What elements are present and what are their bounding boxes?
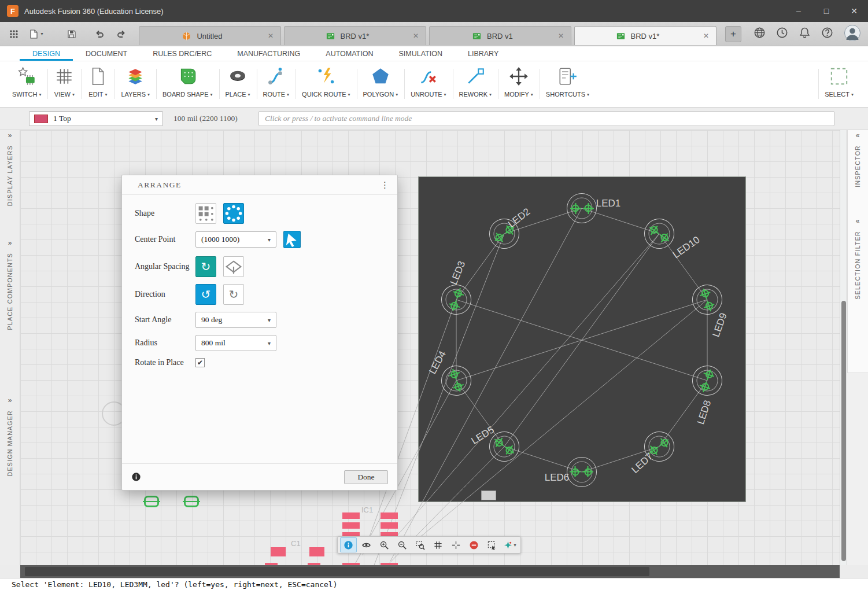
new-tab-button[interactable]: + xyxy=(725,26,741,42)
tool-layers[interactable]: LAYERS▾ xyxy=(114,63,156,107)
ribbon-tab-document[interactable]: DOCUMENT xyxy=(73,46,140,61)
chevron-down-icon: ▾ xyxy=(210,92,212,97)
center-point-label: Center Point xyxy=(135,235,195,244)
document-tab-untitled[interactable]: Untitled✕ xyxy=(139,26,281,45)
document-tab-brd-v1[interactable]: BRD v1✕ xyxy=(429,26,571,45)
left-panel-design-manager[interactable]: »DESIGN MANAGER xyxy=(0,396,20,476)
dialog-menu-button[interactable]: ⋮ xyxy=(381,180,389,190)
save-button[interactable] xyxy=(62,25,81,43)
info-icon[interactable] xyxy=(131,472,141,482)
tool-polygon[interactable]: POLYGON▾ xyxy=(357,63,405,107)
done-button[interactable]: Done xyxy=(344,470,388,484)
collapse-panel-icon[interactable]: « xyxy=(856,131,860,139)
spark-tools-button[interactable]: ▾ xyxy=(501,537,518,552)
document-tab-brd-v1[interactable]: BRD v1*✕ xyxy=(574,26,716,45)
maximize-button[interactable]: □ xyxy=(812,0,840,22)
zoom-fit-button[interactable] xyxy=(412,537,429,552)
direction-ccw-button[interactable]: ↺ xyxy=(195,284,216,305)
tool-switch[interactable]: SWITCH▾ xyxy=(6,63,47,107)
marquee-select-button[interactable] xyxy=(483,537,500,552)
info-mode-button[interactable] xyxy=(340,537,357,552)
tool-board-shape[interactable]: BOARD SHAPE▾ xyxy=(156,63,219,107)
tab-close-button[interactable]: ✕ xyxy=(556,32,566,40)
vertical-scrollbar-thumb[interactable] xyxy=(841,301,846,561)
expand-panel-icon[interactable]: » xyxy=(8,131,12,139)
angular-spacing-auto-button[interactable]: ↻ xyxy=(195,256,216,277)
pick-center-point-button[interactable] xyxy=(283,231,301,248)
layer-select-dropdown[interactable]: 1 Top ▾ xyxy=(29,111,163,126)
right-panel-selection-filter[interactable]: «SELECTION FILTER xyxy=(847,217,868,300)
rotate-in-place-checkbox[interactable]: ✔ xyxy=(195,358,205,367)
info-mode-icon xyxy=(343,540,353,550)
expand-panel-icon[interactable]: » xyxy=(8,396,12,404)
account-avatar-button[interactable] xyxy=(844,24,861,44)
redo-button[interactable] xyxy=(112,25,131,43)
zoom-out-button[interactable] xyxy=(394,537,411,552)
horizontal-scrollbar-thumb[interactable] xyxy=(25,567,649,576)
chevron-down-icon: ▾ xyxy=(851,92,854,97)
polygon-icon xyxy=(370,66,391,87)
center-point-dropdown[interactable]: (1000 1000) ▾ xyxy=(195,231,276,248)
tool-edit[interactable]: EDIT▾ xyxy=(81,63,114,107)
tool-view[interactable]: VIEW▾ xyxy=(47,63,81,107)
tab-close-button[interactable]: ✕ xyxy=(411,32,421,40)
ribbon-tab-automation[interactable]: AUTOMATION xyxy=(313,46,386,61)
tab-close-button[interactable]: ✕ xyxy=(265,32,276,40)
left-panel-display-layers[interactable]: »DISPLAY LAYERS xyxy=(0,131,20,206)
quick-route-icon xyxy=(316,66,337,87)
expand-panel-icon[interactable]: » xyxy=(8,239,12,247)
tool-quick-route[interactable]: QUICK ROUTE▾ xyxy=(296,63,356,107)
job-status-button[interactable] xyxy=(776,27,788,41)
tool-label-text: UNROUTE xyxy=(411,91,442,98)
snap-crosshair-button[interactable] xyxy=(448,537,464,552)
help-button[interactable] xyxy=(821,27,833,41)
board-file-icon xyxy=(616,31,626,41)
close-button[interactable]: ✕ xyxy=(840,0,868,22)
file-new-button[interactable]: ▾ xyxy=(27,25,45,43)
visibility-button[interactable] xyxy=(358,537,375,552)
ribbon-tab-library[interactable]: LIBRARY xyxy=(455,46,511,61)
board-file-icon xyxy=(472,31,482,41)
radius-dropdown[interactable]: 800 mil ▾ xyxy=(195,335,276,351)
collapse-panel-icon[interactable]: « xyxy=(856,217,860,225)
tool-unroute[interactable]: UNROUTE▾ xyxy=(404,63,452,107)
tool-select[interactable]: SELECT▾ xyxy=(818,63,860,107)
ribbon-tab-simulation[interactable]: SIMULATION xyxy=(386,46,455,61)
horizontal-scrollbar[interactable] xyxy=(20,565,840,578)
document-tab-brd-v1[interactable]: BRD v1*✕ xyxy=(284,26,426,45)
notifications-button[interactable] xyxy=(799,27,811,41)
shape-grid-button[interactable] xyxy=(195,203,216,224)
tool-shortcuts[interactable]: SHORTCUTS▾ xyxy=(540,63,596,107)
vertical-scrollbar[interactable] xyxy=(840,130,847,565)
select-icon xyxy=(829,66,849,87)
stop-button[interactable] xyxy=(466,537,482,552)
tool-label-text: SHORTCUTS xyxy=(546,91,585,98)
command-line-input[interactable] xyxy=(258,111,834,126)
radius-label: Radius xyxy=(135,338,195,348)
sync-status-button[interactable] xyxy=(754,27,766,41)
direction-cw-button[interactable]: ↻ xyxy=(223,284,244,305)
grid-settings-button[interactable] xyxy=(430,537,446,552)
rotate-ccw-icon: ↺ xyxy=(201,289,211,300)
ribbon-tab-manufacturing[interactable]: MANUFACTURING xyxy=(224,46,313,61)
tab-close-button[interactable]: ✕ xyxy=(701,32,711,40)
left-panel-place-components[interactable]: »PLACE COMPONENTS xyxy=(0,239,20,330)
minimize-button[interactable]: – xyxy=(785,0,812,22)
start-angle-dropdown[interactable]: 90 deg ▾ xyxy=(195,312,276,328)
right-panel-inspector[interactable]: «INSPECTOR xyxy=(847,131,868,187)
zoom-in-button[interactable] xyxy=(376,537,393,552)
arrange-dialog-header[interactable]: ARRANGE ⋮ xyxy=(122,175,397,195)
tool-modify[interactable]: MODIFY▾ xyxy=(498,63,540,107)
shape-circle-button[interactable] xyxy=(223,203,244,224)
rotate-in-place-label: Rotate in Place xyxy=(135,358,195,367)
tool-route[interactable]: ROUTE▾ xyxy=(257,63,296,107)
tool-place[interactable]: PLACE▾ xyxy=(219,63,257,107)
ribbon-tab-design[interactable]: DESIGN xyxy=(20,46,73,61)
tool-label-text: QUICK ROUTE xyxy=(302,91,346,98)
ribbon-tab-rules-drc-erc[interactable]: RULES DRC/ERC xyxy=(140,46,224,61)
angular-spacing-custom-button[interactable] xyxy=(223,256,244,277)
undo-button[interactable] xyxy=(90,25,109,43)
tool-rework[interactable]: REWORK▾ xyxy=(453,63,498,107)
app-menu-button[interactable] xyxy=(5,25,23,43)
smd-pad xyxy=(381,522,398,529)
